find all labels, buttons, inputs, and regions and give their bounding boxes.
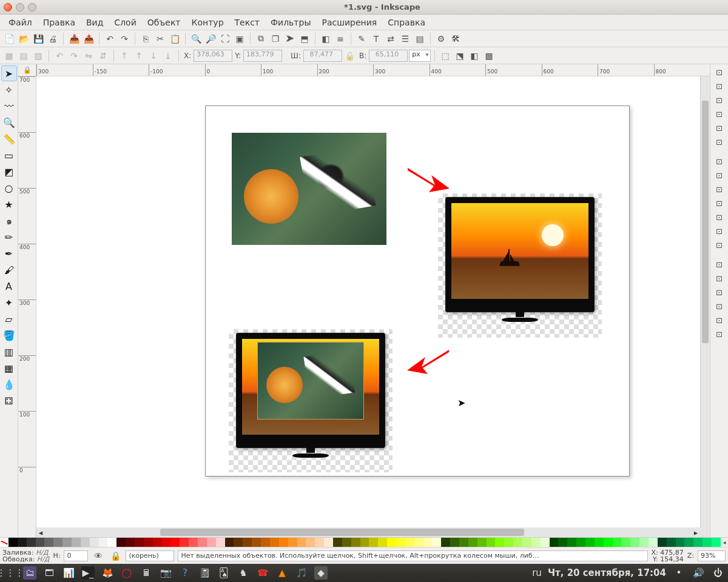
chess-icon[interactable]: ♞ <box>237 566 250 580</box>
music-icon[interactable]: 🎵 <box>295 566 308 580</box>
tool-calligraphy[interactable]: 🖌 <box>1 262 17 278</box>
undo-icon[interactable]: ↶ <box>103 32 116 45</box>
inkscape-icon[interactable]: ◆ <box>314 566 328 580</box>
group-icon[interactable]: ⬒ <box>298 32 311 45</box>
swatch[interactable] <box>604 538 613 547</box>
swatch[interactable] <box>360 538 369 547</box>
affect-gradient-icon[interactable]: ◧ <box>468 49 481 62</box>
tool-connector[interactable]: ⚃ <box>1 393 17 409</box>
tool-gradient[interactable]: ▥ <box>1 344 17 360</box>
swatch[interactable] <box>342 538 351 547</box>
swatch[interactable] <box>243 538 252 547</box>
zoom-out-icon[interactable]: 🔎 <box>204 32 217 45</box>
horizontal-ruler[interactable]: 300-150-1000100200300400500600700800900 <box>36 64 710 76</box>
swatch[interactable] <box>53 538 62 547</box>
flip-v-icon[interactable]: ⇵ <box>96 49 110 62</box>
swatch[interactable] <box>216 538 225 547</box>
tool-measure[interactable]: 📏 <box>1 131 17 147</box>
desel-icon[interactable]: ▧ <box>32 49 45 62</box>
swatch[interactable] <box>62 538 72 547</box>
phone-icon[interactable]: ☎ <box>256 566 269 580</box>
xml-icon[interactable]: ✎ <box>355 32 368 45</box>
files-icon[interactable]: 🗂 <box>23 566 36 580</box>
zoom-page-icon[interactable]: ▣ <box>233 32 246 45</box>
monitor-icon[interactable]: 📊 <box>62 566 75 580</box>
tool-3dbox[interactable]: ◩ <box>1 164 17 179</box>
raise-top-icon[interactable]: ⤒ <box>118 49 131 62</box>
swatch[interactable] <box>279 538 288 547</box>
new-icon[interactable]: 📄 <box>2 32 16 45</box>
swatch-none[interactable] <box>0 538 8 547</box>
flip-h-icon[interactable]: ⇋ <box>82 49 95 62</box>
swatch[interactable] <box>513 538 522 547</box>
terminal-icon[interactable]: ▶_ <box>81 566 95 580</box>
swatch[interactable] <box>306 538 315 547</box>
snap-text-icon[interactable]: ⊡ <box>713 286 726 299</box>
swatch[interactable] <box>541 538 550 547</box>
snap-intersect-icon[interactable]: ⊡ <box>713 182 726 196</box>
menu-Слой[interactable]: Слой <box>109 16 141 29</box>
import-icon[interactable]: 📥 <box>67 32 81 45</box>
swatch[interactable] <box>639 538 649 547</box>
tool-dropper[interactable]: 💧 <box>1 376 17 392</box>
swatch[interactable] <box>703 538 712 547</box>
swatch[interactable] <box>90 538 99 547</box>
swatch[interactable] <box>8 538 18 547</box>
image-tv-composite[interactable] <box>229 329 393 472</box>
swatch[interactable] <box>144 538 153 547</box>
swatch[interactable] <box>658 538 667 547</box>
horizontal-scrollbar[interactable]: ◂ ▸ <box>18 527 710 537</box>
snap-bbox-icon[interactable]: ⊡ <box>713 79 726 93</box>
paste-icon[interactable]: 📋 <box>168 32 181 45</box>
lower-icon[interactable]: ↓ <box>147 49 160 62</box>
app2-icon[interactable]: 🗔 <box>42 566 56 580</box>
swatch[interactable] <box>504 538 513 547</box>
tool-bezier[interactable]: ✒ <box>1 246 17 261</box>
swatch[interactable] <box>234 538 243 547</box>
swatch[interactable] <box>576 538 585 547</box>
tool-zoom[interactable]: 🔍 <box>1 115 17 130</box>
palette-scroll-icon[interactable]: ◂ <box>721 538 728 547</box>
w-input[interactable]: 87,477 <box>303 50 342 62</box>
swatch[interactable] <box>36 538 45 547</box>
swatch[interactable] <box>558 538 567 547</box>
swatch[interactable] <box>432 538 441 547</box>
fill-icon[interactable]: ◧ <box>319 32 332 45</box>
swatch[interactable] <box>369 538 378 547</box>
swatch[interactable] <box>712 538 721 547</box>
menu-Правка[interactable]: Правка <box>38 16 80 29</box>
swatch[interactable] <box>261 538 270 547</box>
swatch[interactable] <box>162 538 171 547</box>
session-icon[interactable]: • <box>672 566 686 580</box>
menu-Объект[interactable]: Объект <box>143 16 186 29</box>
swatch[interactable] <box>135 538 144 547</box>
dup-icon[interactable]: ⧉ <box>254 32 268 45</box>
color-palette[interactable]: ◂ <box>0 537 728 547</box>
snap-tangent-icon[interactable]: ⊡ <box>713 224 726 238</box>
swatch[interactable] <box>649 538 658 547</box>
swatch[interactable] <box>387 538 396 547</box>
app-menu-icon[interactable]: ⋮⋮⋮ <box>4 566 17 580</box>
swatch[interactable] <box>459 538 468 547</box>
swatch[interactable] <box>18 538 27 547</box>
taskbar-clock[interactable]: Чт, 20 сентября, 17:04 <box>548 567 666 578</box>
swatch[interactable] <box>423 538 433 547</box>
swatch[interactable] <box>116 538 126 547</box>
swatch[interactable] <box>153 538 162 547</box>
swatch[interactable] <box>450 538 459 547</box>
calc-icon[interactable]: 🖩 <box>140 566 153 580</box>
swatch[interactable] <box>126 538 135 547</box>
align-icon[interactable]: ≡ <box>334 32 347 45</box>
swatch[interactable] <box>613 538 622 547</box>
swatch[interactable] <box>621 538 630 547</box>
snap-perp-icon[interactable]: ⊡ <box>713 238 726 252</box>
stroke-value[interactable]: Н/Д <box>37 555 50 563</box>
image-butterfly[interactable] <box>232 133 386 245</box>
prefs-icon[interactable]: ▤ <box>413 32 426 45</box>
tool-select[interactable]: ➤ <box>1 65 17 81</box>
x-input[interactable]: 378,063 <box>194 50 232 62</box>
tool-node[interactable]: ✧ <box>1 82 17 98</box>
swatch[interactable] <box>225 538 234 547</box>
sel-layer-icon[interactable]: ▤ <box>17 49 30 62</box>
menu-Расширения[interactable]: Расширения <box>317 16 382 29</box>
